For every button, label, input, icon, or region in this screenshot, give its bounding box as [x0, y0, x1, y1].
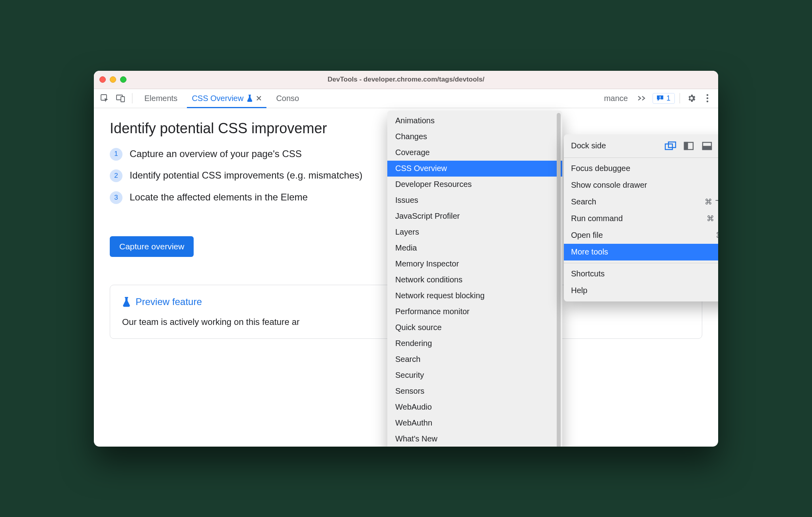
beaker-icon — [122, 296, 131, 307]
svg-rect-2 — [121, 97, 124, 102]
dock-side-row: Dock side — [564, 137, 718, 155]
menu-item-label: Run command — [571, 214, 623, 223]
panel-tabs: Elements CSS Overview Conso — [137, 89, 306, 108]
submenu-item[interactable]: WebAuthn — [387, 415, 562, 431]
submenu-item[interactable]: Search — [387, 352, 562, 367]
close-tab-icon[interactable] — [256, 95, 262, 101]
issues-badge[interactable]: 1 — [653, 93, 675, 104]
issues-icon — [656, 95, 664, 102]
svg-rect-13 — [703, 146, 711, 150]
submenu-item[interactable]: Memory Inspector — [387, 256, 562, 272]
step-text: Locate the affected elements in the Elem… — [130, 190, 308, 204]
preview-title: Preview feature — [136, 296, 202, 307]
menu-item-label: Focus debuggee — [571, 164, 630, 173]
submenu-item[interactable]: Network conditions — [387, 272, 562, 288]
menu-item[interactable]: Search⌘ ⌥ F — [564, 194, 718, 210]
kebab-menu-icon[interactable] — [701, 91, 714, 105]
submenu-item[interactable]: Quick source — [387, 320, 562, 336]
step-number: 2 — [110, 169, 122, 182]
tab-label: mance — [604, 94, 628, 103]
step-number: 1 — [110, 148, 122, 161]
submenu-item[interactable]: Rendering — [387, 336, 562, 352]
capture-overview-button[interactable]: Capture overview — [110, 236, 194, 257]
dock-bottom-icon[interactable] — [701, 141, 713, 151]
dock-side-label: Dock side — [571, 141, 606, 150]
more-tools-submenu: AnimationsChangesCoverageCSS OverviewDev… — [387, 111, 562, 447]
menu-shortcut: Esc — [718, 181, 718, 190]
menu-item-label: Open file — [571, 231, 603, 240]
svg-point-6 — [707, 97, 709, 99]
more-tabs-icon[interactable] — [633, 95, 650, 101]
menu-item-label: Search — [571, 197, 596, 206]
menu-item-label: Show console drawer — [571, 181, 647, 190]
dock-icons — [664, 141, 718, 151]
menu-shortcut: ⌘ ⇧ P — [707, 214, 718, 223]
menu-item[interactable]: Run command⌘ ⇧ P — [564, 210, 718, 227]
submenu-item[interactable]: What's New — [387, 431, 562, 447]
menu-shortcut: ⌘ P — [716, 231, 718, 240]
submenu-item[interactable]: Developer Resources — [387, 177, 562, 192]
step-text: Capture an overview of your page's CSS — [130, 147, 302, 161]
menu-item[interactable]: Help▶ — [564, 282, 718, 299]
submenu-item[interactable]: Layers — [387, 224, 562, 240]
tab-label: Conso — [276, 94, 299, 103]
tab-performance-partial[interactable]: mance — [601, 94, 631, 103]
menu-shortcut: ⌘ ⌥ F — [705, 197, 718, 206]
devtools-window: DevTools - developer.chrome.com/tags/dev… — [94, 71, 718, 447]
submenu-item[interactable]: Performance monitor — [387, 304, 562, 320]
svg-rect-11 — [684, 142, 688, 150]
svg-point-5 — [707, 94, 709, 96]
tab-console[interactable]: Conso — [269, 89, 306, 108]
dock-left-icon[interactable] — [682, 141, 695, 151]
menu-item[interactable]: Focus debuggee — [564, 160, 718, 177]
settings-icon[interactable] — [685, 91, 698, 105]
tab-css-overview[interactable]: CSS Overview — [185, 89, 269, 108]
toolbar-separator — [680, 93, 680, 103]
submenu-item[interactable]: Media — [387, 240, 562, 256]
menu-item[interactable]: Show console drawerEsc — [564, 177, 718, 194]
minimize-window-button[interactable] — [110, 76, 116, 83]
submenu-item[interactable]: WebAudio — [387, 399, 562, 415]
inspect-element-icon[interactable] — [98, 91, 111, 105]
tab-elements[interactable]: Elements — [137, 89, 185, 108]
step-number: 3 — [110, 191, 122, 204]
device-toolbar-icon[interactable] — [114, 91, 127, 105]
submenu-item[interactable]: Coverage — [387, 145, 562, 161]
traffic-lights — [99, 76, 126, 83]
submenu-item[interactable]: JavaScript Profiler — [387, 208, 562, 224]
menu-item[interactable]: Open file⌘ P — [564, 227, 718, 244]
close-window-button[interactable] — [99, 76, 106, 83]
svg-rect-3 — [660, 96, 660, 98]
toolbar-separator — [132, 93, 132, 103]
window-title: DevTools - developer.chrome.com/tags/dev… — [94, 76, 718, 84]
submenu-item[interactable]: Security — [387, 367, 562, 383]
menu-item-label: Help — [571, 286, 587, 295]
menu-divider — [564, 157, 718, 158]
menu-divider — [564, 263, 718, 263]
submenu-item[interactable]: Changes — [387, 129, 562, 145]
submenu-item[interactable]: Network request blocking — [387, 288, 562, 304]
submenu-item[interactable]: CSS Overview — [387, 161, 562, 177]
submenu-item[interactable]: Animations — [387, 113, 562, 129]
tab-label: CSS Overview — [192, 94, 243, 103]
beaker-icon — [247, 94, 253, 102]
main-menu: Dock side Focus debuggeeShow console dra… — [564, 134, 718, 301]
submenu-scrollbar[interactable] — [557, 113, 561, 447]
tab-label: Elements — [144, 94, 177, 103]
menu-item[interactable]: Shortcuts — [564, 266, 718, 282]
step-text: Identify potential CSS improvements (e.g… — [130, 169, 363, 183]
titlebar: DevTools - developer.chrome.com/tags/dev… — [94, 71, 718, 89]
preview-body-text: Our team is actively working on this fea… — [122, 317, 299, 327]
menu-item[interactable]: More tools▶ — [564, 244, 718, 260]
svg-point-7 — [707, 101, 709, 103]
issues-count: 1 — [666, 94, 670, 103]
submenu-item[interactable]: Issues — [387, 192, 562, 208]
maximize-window-button[interactable] — [120, 76, 126, 83]
svg-rect-4 — [660, 99, 660, 99]
menu-item-label: Shortcuts — [571, 269, 604, 278]
dock-undock-icon[interactable] — [664, 141, 677, 151]
main-toolbar: Elements CSS Overview Conso mance — [94, 89, 718, 108]
submenu-item[interactable]: Sensors — [387, 383, 562, 399]
menu-item-label: More tools — [571, 247, 608, 257]
